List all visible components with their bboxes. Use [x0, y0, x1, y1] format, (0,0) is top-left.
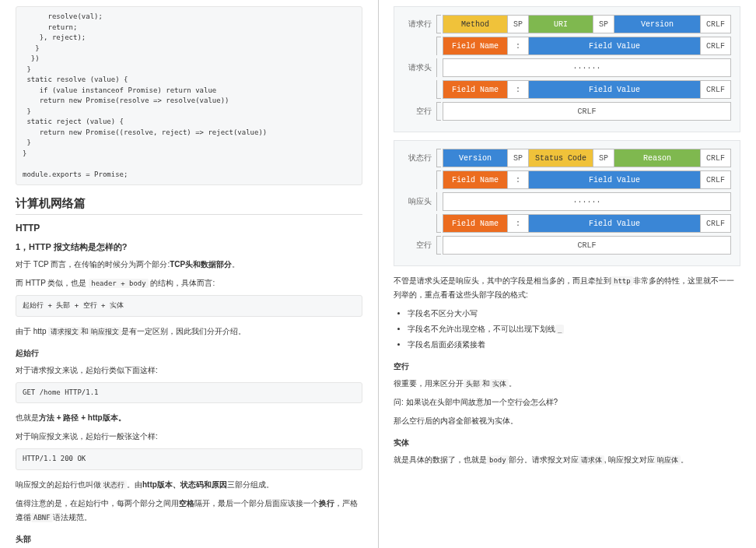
- para-diff: 由于 http 请求报文和响应报文是有一定区别，因此我们分开介绍。: [16, 325, 362, 339]
- para-method: 也就是方法 + 路径 + http版本。: [16, 411, 362, 425]
- cell-version: Version: [443, 149, 508, 167]
- code-block-structure: 起始行 + 头部 + 空行 + 实体: [16, 295, 362, 317]
- para-statusline: 响应报文的起始行也叫做状态行。由http版本、状态码和原因三部分组成。: [16, 478, 362, 492]
- list-field-rules: 字段名不区分大小写 字段名不允许出现空格，不可以出现下划线_ 字段名后面必须紧接…: [408, 307, 740, 352]
- code-inline: 请求报文: [48, 327, 81, 336]
- bracket: [436, 37, 441, 55]
- cell-colon: :: [507, 214, 529, 233]
- text: 。: [509, 379, 516, 388]
- cell-colon: :: [507, 170, 529, 189]
- code-block-promise: resolve(val); return; }, reject); } }) }…: [16, 6, 362, 185]
- text: 值得注意的是，在起始行中，每两个部分之间用: [16, 499, 179, 508]
- text: 和: [81, 327, 89, 335]
- cell-crlf-full: CRLF: [443, 236, 731, 255]
- cell-crlf: CRLF: [700, 37, 731, 55]
- label-request-head: 请求头: [404, 58, 436, 77]
- cell-crlf: CRLF: [700, 149, 731, 167]
- cell-crlf: CRLF: [700, 80, 731, 99]
- text: 隔开，最后一个部分后面应该接一个: [194, 499, 319, 508]
- code-inline: http: [611, 276, 633, 286]
- cell-sp: SP: [507, 149, 529, 167]
- text: 对于 TCP 而言，在传输的时候分为两个部分:: [16, 260, 170, 269]
- heading-body: 实体: [394, 437, 740, 448]
- code-inline: 状态行: [101, 480, 127, 490]
- cell-dots: ······: [443, 192, 731, 211]
- cell-fieldname: Field Name: [443, 80, 508, 99]
- cell-dots: ······: [443, 58, 731, 77]
- cell-sp: SP: [593, 149, 614, 167]
- label-blank-line: 空行: [404, 102, 436, 121]
- code-inline: 响应报文: [89, 327, 121, 336]
- list-item: 字段名不区分大小写: [408, 307, 740, 321]
- cell-uri: URI: [528, 15, 593, 33]
- cell-colon: :: [507, 37, 529, 55]
- text: 的结构，具体而言:: [149, 279, 215, 287]
- para-req-start: 对于请求报文来说，起始行类似下面这样:: [16, 364, 362, 378]
- text: 响应报文的起始行也叫做: [16, 480, 101, 489]
- cell-sp: SP: [593, 15, 614, 33]
- text: 字段名不允许出现空格，不可以出现下划线: [408, 325, 555, 333]
- diagram-response: 状态行 Version SP Status Code SP Reason CRL…: [394, 140, 740, 266]
- question-1: 1，HTTP 报文结构是怎样的?: [16, 241, 362, 253]
- bold: TCP头和数据部分: [170, 260, 232, 269]
- code-inline: header + body: [89, 279, 148, 288]
- para-headers-many: 不管是请求头还是响应头，其中的字段是相当多的，而且牵扯到http非常多的特性，这…: [394, 274, 740, 302]
- cell-fieldvalue: Field Value: [528, 80, 701, 99]
- bracket: [436, 15, 441, 33]
- text: 很重要，用来区分开: [394, 379, 464, 388]
- cell-fieldvalue: Field Value: [528, 214, 701, 233]
- text: 。: [232, 260, 240, 269]
- text: 三部分组成。: [227, 480, 274, 489]
- cell-crlf: CRLF: [700, 214, 731, 233]
- text: 由于 http: [16, 327, 48, 335]
- code-inline: 实体: [490, 379, 509, 388]
- cell-sp: SP: [507, 15, 529, 33]
- text: 不管是请求头还是响应头，其中的字段是相当多的，而且牵扯到: [394, 276, 611, 285]
- code-block-get: GET /home HTTP/1.1: [16, 382, 362, 404]
- para-body-desc: 就是具体的数据了，也就是body部分。请求报文对应请求体, 响应报文对应响应体。: [394, 453, 740, 467]
- text: 语法规范。: [53, 513, 92, 522]
- heading-startline: 起始行: [16, 348, 362, 359]
- cell-crlf: CRLF: [700, 170, 731, 189]
- text: , 响应报文对应: [604, 455, 656, 464]
- bracket: [436, 236, 441, 255]
- list-item: 字段名后面必须紧接着: [408, 338, 740, 352]
- heading-headers: 头部: [16, 534, 362, 545]
- heading-network: 计算机网络篇: [16, 196, 362, 215]
- para-header-body: 而 HTTP 类似，也是 header + body 的结构，具体而言:: [16, 276, 362, 290]
- cell-crlf-full: CRLF: [443, 102, 731, 121]
- cell-status: Status Code: [528, 149, 593, 167]
- cell-fieldname: Field Name: [443, 214, 508, 233]
- code-inline: _: [555, 325, 564, 334]
- para-blank-important: 很重要，用来区分开头部和实体。: [394, 377, 740, 391]
- cell-crlf: CRLF: [700, 15, 731, 33]
- diagram-request: 请求行 Method SP URI SP Version CRLF Field …: [394, 6, 740, 132]
- code-inline: 响应体: [655, 455, 681, 465]
- bold: 方法 + 路径 + http版本。: [39, 413, 126, 422]
- cell-fieldvalue: Field Value: [528, 170, 701, 189]
- para-tcp: 对于 TCP 而言，在传输的时候分为两个部分:TCP头和数据部分。: [16, 258, 362, 272]
- para-question: 问: 如果说在头部中间故意加一个空行会怎么样?: [394, 395, 740, 409]
- list-item: 字段名不允许出现空格，不可以出现下划线_: [408, 322, 740, 336]
- text: 。由: [127, 480, 142, 489]
- bracket: [436, 102, 441, 121]
- bold: http版本、状态码和原因: [142, 480, 227, 489]
- cell-colon: :: [507, 80, 529, 99]
- para-resp-start: 对于响应报文来说，起始行一般张这个样:: [16, 430, 362, 444]
- bracket: [436, 170, 441, 189]
- text: 。: [681, 455, 688, 464]
- text: 部分。请求报文对应: [509, 455, 579, 464]
- cell-fieldname: Field Name: [443, 37, 508, 55]
- bracket: [436, 149, 441, 167]
- cell-version: Version: [614, 15, 701, 33]
- bold: 换行: [319, 499, 334, 508]
- text: 就是具体的数据了，也就是: [394, 455, 487, 464]
- text: 也就是: [16, 413, 39, 422]
- heading-blankline: 空行: [394, 361, 740, 372]
- cell-fieldvalue: Field Value: [528, 37, 701, 55]
- bracket: [436, 214, 441, 233]
- code-block-200: HTTP/1.1 200 OK: [16, 448, 362, 470]
- label-response-head: 响应头: [404, 192, 436, 211]
- code-inline: 头部: [464, 379, 482, 388]
- para-answer: 那么空行后的内容全部被视为实体。: [394, 414, 740, 428]
